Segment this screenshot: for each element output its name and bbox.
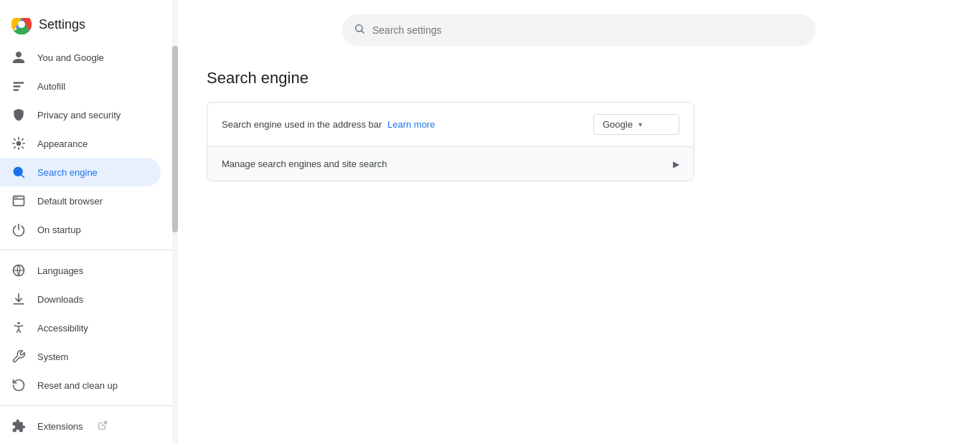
- person-icon: [11, 50, 26, 65]
- sidebar-item-appearance[interactable]: Appearance: [0, 129, 161, 158]
- svg-line-15: [101, 421, 105, 425]
- svg-point-6: [17, 141, 22, 146]
- sidebar-label-search-engine: Search engine: [37, 167, 98, 178]
- sidebar-item-default-browser[interactable]: Default browser: [0, 186, 161, 215]
- sidebar-label-autofill: Autofill: [37, 81, 65, 92]
- search-engine-text: Search engine used in the address bar Le…: [222, 119, 593, 130]
- power-icon: [11, 222, 26, 237]
- sidebar-label-privacy: Privacy and security: [37, 110, 121, 121]
- sidebar-item-languages[interactable]: Languages: [0, 256, 161, 285]
- accessibility-icon: [11, 321, 26, 335]
- sidebar-divider-1: [0, 250, 172, 250]
- sidebar-label-downloads: Downloads: [37, 294, 83, 305]
- learn-more-link[interactable]: Learn more: [387, 119, 435, 130]
- sidebar-label-appearance: Appearance: [37, 138, 88, 149]
- search-input[interactable]: [372, 24, 804, 36]
- page-title: Search engine: [207, 69, 951, 88]
- sidebar-label-languages: Languages: [37, 265, 83, 276]
- dropdown-value: Google: [603, 119, 633, 130]
- svg-rect-5: [14, 89, 19, 91]
- search-bar-container: [207, 14, 951, 46]
- svg-point-11: [15, 197, 17, 199]
- sidebar-item-system[interactable]: System: [0, 342, 161, 371]
- search-engine-action: Google ▾: [593, 114, 679, 135]
- autofill-icon: [11, 79, 26, 93]
- svg-point-2: [18, 21, 25, 28]
- sidebar-label-reset: Reset and clean up: [37, 380, 118, 391]
- sidebar: Settings You and Google Autofill Privacy…: [0, 0, 172, 444]
- sidebar-item-downloads[interactable]: Downloads: [0, 285, 161, 313]
- svg-line-8: [22, 175, 24, 178]
- manage-search-engines-row[interactable]: Manage search engines and site search ▶: [207, 147, 694, 181]
- search-engine-label: Search engine used in the address bar: [222, 119, 382, 130]
- appearance-icon: [11, 136, 26, 151]
- reset-icon: [11, 378, 26, 392]
- sidebar-item-extensions[interactable]: Extensions: [0, 412, 161, 440]
- svg-point-12: [17, 197, 18, 199]
- shield-icon: [11, 108, 26, 122]
- chevron-down-icon: ▾: [639, 121, 642, 128]
- chrome-logo-icon: [11, 14, 32, 34]
- manage-search-engines-label: Manage search engines and site search: [222, 159, 387, 169]
- sidebar-label-accessibility: Accessibility: [37, 323, 88, 334]
- sidebar-item-accessibility[interactable]: Accessibility: [0, 313, 161, 342]
- svg-rect-3: [14, 82, 24, 84]
- nav-chevron-icon: ▶: [673, 159, 679, 169]
- main-content: Search engine Search engine used in the …: [178, 0, 980, 444]
- sidebar-item-on-startup[interactable]: On startup: [0, 215, 161, 244]
- external-link-icon: [98, 420, 108, 433]
- language-icon: [11, 263, 26, 278]
- search-bar: [342, 14, 816, 46]
- sidebar-label-default-browser: Default browser: [37, 196, 103, 207]
- search-engine-dropdown[interactable]: Google ▾: [593, 114, 679, 135]
- settings-card: Search engine used in the address bar Le…: [207, 102, 694, 181]
- svg-line-17: [362, 31, 364, 33]
- search-engine-icon: [11, 165, 26, 179]
- svg-point-14: [17, 322, 19, 324]
- svg-rect-4: [14, 85, 21, 88]
- manage-search-engines-text: Manage search engines and site search: [222, 159, 673, 169]
- sidebar-item-reset-and-clean-up[interactable]: Reset and clean up: [0, 371, 161, 400]
- app-header: Settings: [0, 6, 172, 43]
- manage-search-engines-action: ▶: [673, 159, 679, 169]
- sidebar-label-you-and-google: You and Google: [37, 52, 104, 63]
- search-bar-icon: [354, 23, 365, 37]
- sidebar-item-search-engine[interactable]: Search engine: [0, 158, 161, 186]
- sidebar-label-extensions: Extensions: [37, 421, 83, 432]
- app-title: Settings: [39, 17, 85, 32]
- sidebar-divider-2: [0, 405, 172, 406]
- sidebar-label-on-startup: On startup: [37, 225, 81, 235]
- browser-icon: [11, 194, 26, 208]
- sidebar-label-system: System: [37, 351, 68, 362]
- sidebar-item-you-and-google[interactable]: You and Google: [0, 43, 161, 72]
- download-icon: [11, 292, 26, 306]
- extensions-icon: [11, 419, 26, 433]
- sidebar-scrollbar-thumb[interactable]: [172, 46, 178, 232]
- sidebar-item-autofill[interactable]: Autofill: [0, 72, 161, 100]
- search-engine-row: Search engine used in the address bar Le…: [207, 103, 694, 147]
- system-icon: [11, 349, 26, 364]
- sidebar-item-privacy-and-security[interactable]: Privacy and security: [0, 100, 161, 129]
